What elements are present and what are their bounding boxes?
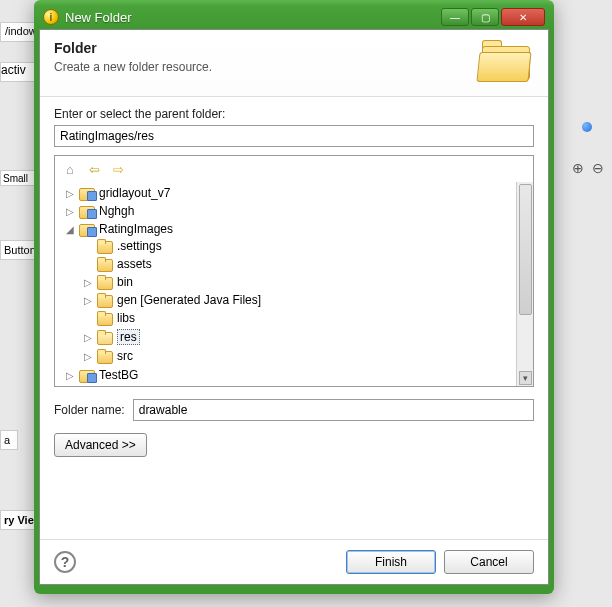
expander-icon[interactable]: ▷: [64, 206, 75, 217]
expander-icon[interactable]: ▷: [82, 332, 93, 343]
forward-icon[interactable]: ⇨: [109, 160, 127, 178]
bg-a: a: [0, 430, 18, 450]
vertical-scrollbar[interactable]: ▾: [516, 182, 533, 386]
tree-item-src[interactable]: ▷ src: [79, 348, 533, 364]
tree-item-libs[interactable]: libs: [79, 310, 533, 326]
parent-folder-label: Enter or select the parent folder:: [54, 107, 534, 121]
scrollbar-thumb[interactable]: [519, 184, 532, 315]
tree-label: gridlayout_v7: [99, 186, 170, 200]
back-icon[interactable]: ⇦: [85, 160, 103, 178]
project-icon: [79, 368, 95, 382]
tree-item-assets[interactable]: assets: [79, 256, 533, 272]
tree-item-testbg[interactable]: ▷ TestBG: [61, 367, 533, 383]
tree-item-res[interactable]: ▷ res: [79, 328, 533, 346]
zoom-in-icon[interactable]: ⊕: [572, 160, 584, 176]
tree-item-settings[interactable]: .settings: [79, 238, 533, 254]
folder-open-icon: [97, 330, 113, 344]
tree-scroll[interactable]: ▷ gridlayout_v7 ▷ Nghgh: [55, 182, 533, 386]
parent-folder-input[interactable]: [54, 125, 534, 147]
dialog-body: Folder Create a new folder resource. Ent…: [39, 29, 549, 585]
tree-label: libs: [117, 311, 135, 325]
expander-icon[interactable]: ◢: [64, 224, 75, 235]
perspective-indicator-icon: [582, 122, 592, 132]
maximize-button[interactable]: ▢: [471, 8, 499, 26]
folder-icon: [97, 239, 113, 253]
folder-name-label: Folder name:: [54, 403, 125, 417]
expander-icon[interactable]: ▷: [82, 295, 93, 306]
tree-label: RatingImages: [99, 222, 173, 236]
finish-button[interactable]: Finish: [346, 550, 436, 574]
folder-name-input[interactable]: [133, 399, 534, 421]
zoom-icons-group: ⊕ ⊖: [568, 160, 604, 176]
tree-label: gen [Generated Java Files]: [117, 293, 261, 307]
header-description: Create a new folder resource.: [54, 60, 478, 74]
tree-label: TestBG: [99, 368, 138, 382]
dialog-header: Folder Create a new folder resource.: [40, 30, 548, 97]
bg-small: Small: [0, 170, 35, 186]
home-icon[interactable]: ⌂: [61, 160, 79, 178]
project-icon: [79, 186, 95, 200]
folder-icon: [97, 349, 113, 363]
tree-label: src: [117, 349, 133, 363]
project-icon: [79, 222, 95, 236]
bg-activ-text: activ: [1, 63, 26, 77]
zoom-out-icon[interactable]: ⊖: [592, 160, 604, 176]
tree-label: Nghgh: [99, 204, 134, 218]
expander-icon[interactable]: ▷: [64, 370, 75, 381]
minimize-button[interactable]: —: [441, 8, 469, 26]
expander-icon[interactable]: ▷: [64, 188, 75, 199]
dialog-footer: ? Finish Cancel: [40, 539, 548, 584]
tree-item-bin[interactable]: ▷ bin: [79, 274, 533, 290]
folder-icon: [97, 293, 113, 307]
folder-icon: [97, 311, 113, 325]
tree-label-selected: res: [117, 329, 140, 345]
folder-icon: [97, 257, 113, 271]
new-folder-dialog: i New Folder — ▢ ✕ Folder Create a new f…: [34, 0, 554, 594]
expander-icon[interactable]: ▷: [82, 277, 93, 288]
project-icon: [79, 204, 95, 218]
advanced-button[interactable]: Advanced >>: [54, 433, 147, 457]
tree-label: .settings: [117, 239, 162, 253]
folder-large-icon: [478, 40, 534, 84]
titlebar[interactable]: i New Folder — ▢ ✕: [39, 5, 549, 29]
tree-item-ratingimages[interactable]: ◢ RatingImages: [61, 221, 533, 237]
tree-item-nghgh[interactable]: ▷ Nghgh: [61, 203, 533, 219]
scroll-down-icon[interactable]: ▾: [519, 371, 532, 385]
help-icon[interactable]: ?: [54, 551, 76, 573]
close-button[interactable]: ✕: [501, 8, 545, 26]
tree-item-gen[interactable]: ▷ gen [Generated Java Files]: [79, 292, 533, 308]
window-title: New Folder: [65, 10, 441, 25]
app-icon: i: [43, 9, 59, 25]
tree-item-gridlayout[interactable]: ▷ gridlayout_v7: [61, 185, 533, 201]
tree-toolbar: ⌂ ⇦ ⇨: [55, 156, 533, 182]
cancel-button[interactable]: Cancel: [444, 550, 534, 574]
tree-label: bin: [117, 275, 133, 289]
folder-icon: [97, 275, 113, 289]
folder-tree-container: ⌂ ⇦ ⇨ ▷ gridlayout_v7: [54, 155, 534, 387]
expander-icon[interactable]: ▷: [82, 351, 93, 362]
tree-item-testui[interactable]: ▷ TestUI: [61, 385, 533, 386]
tree-label: assets: [117, 257, 152, 271]
header-title: Folder: [54, 40, 478, 56]
